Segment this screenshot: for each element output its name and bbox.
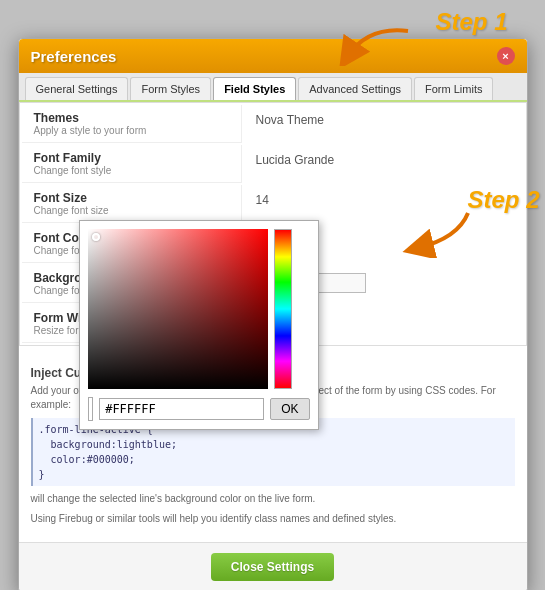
picker-body	[88, 229, 310, 389]
table-row: Themes Apply a style to your form Nova T…	[22, 105, 524, 143]
preferences-modal: Preferences × General Settings Form Styl…	[18, 38, 528, 590]
inject-css-desc3: Using Firebug or similar tools will help…	[31, 512, 515, 526]
main-content: Themes Apply a style to your form Nova T…	[19, 102, 527, 542]
step1-annotation: Step 1	[435, 8, 507, 36]
step1-arrow-icon	[338, 26, 418, 66]
themes-sublabel: Apply a style to your form	[34, 125, 229, 136]
close-modal-button[interactable]: ×	[497, 47, 515, 65]
step2-arrow-icon	[398, 208, 478, 258]
hex-color-input[interactable]	[99, 398, 264, 420]
tab-form-styles[interactable]: Form Styles	[130, 77, 211, 100]
modal-footer: Close Settings	[19, 542, 527, 590]
font-family-sublabel: Change font style	[34, 165, 229, 176]
close-settings-button[interactable]: Close Settings	[211, 553, 334, 581]
tab-general-settings[interactable]: General Settings	[25, 77, 129, 100]
picker-dot[interactable]	[92, 233, 100, 241]
picker-bottom: OK	[88, 397, 310, 421]
inject-css-desc2: will change the selected line's backgrou…	[31, 492, 515, 506]
color-preview-swatch	[88, 397, 94, 421]
tab-advanced-settings[interactable]: Advanced Settings	[298, 77, 412, 100]
font-size-sublabel: Change font size	[34, 205, 229, 216]
themes-value: Nova Theme	[256, 113, 324, 127]
step2-annotation: Step 2	[467, 186, 539, 214]
color-gradient-box[interactable]	[88, 229, 268, 389]
modal-title: Preferences	[31, 48, 117, 65]
step2-label: Step 2	[467, 186, 539, 213]
gradient-bg	[88, 229, 268, 389]
font-size-label: Font Size	[34, 191, 229, 205]
tab-form-limits[interactable]: Form Limits	[414, 77, 493, 100]
font-family-value-cell: Lucida Grande	[244, 145, 524, 175]
step1-label: Step 1	[435, 8, 507, 35]
themes-label: Themes	[34, 111, 229, 125]
modal-header: Preferences ×	[19, 39, 527, 73]
themes-value-cell: Nova Theme	[244, 105, 524, 135]
font-size-value: 14	[256, 193, 269, 207]
tabs-bar: General Settings Form Styles Field Style…	[19, 73, 527, 102]
tab-field-styles[interactable]: Field Styles	[213, 77, 296, 100]
table-row: Font Family Change font style Lucida Gra…	[22, 145, 524, 183]
color-picker-popup: OK	[79, 220, 319, 430]
hue-slider[interactable]	[274, 229, 292, 389]
font-family-value: Lucida Grande	[256, 153, 335, 167]
font-family-label: Font Family	[34, 151, 229, 165]
color-picker-ok-button[interactable]: OK	[270, 398, 309, 420]
